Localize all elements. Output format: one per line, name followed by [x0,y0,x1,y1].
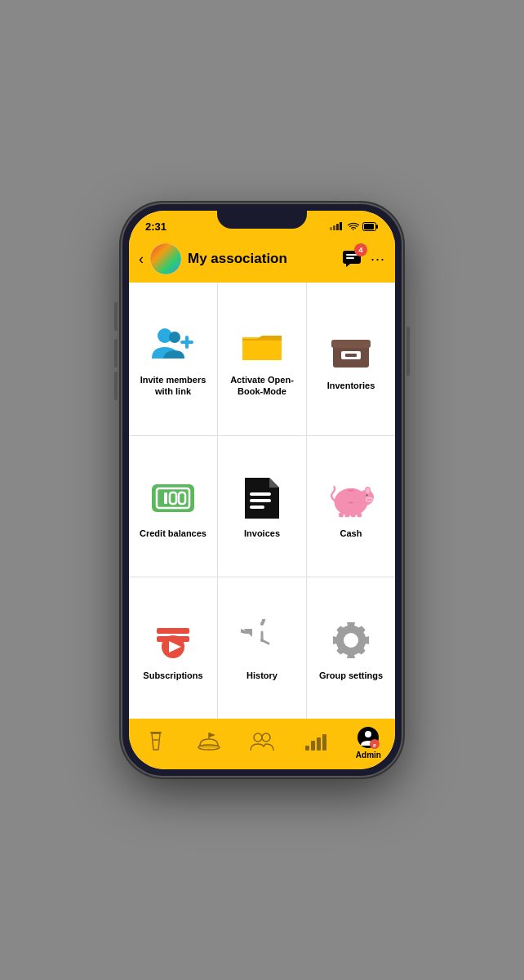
svg-rect-44 [157,628,189,634]
nav-item-drink[interactable] [129,730,182,755]
invoice-icon [239,475,285,521]
svg-rect-22 [164,492,167,504]
svg-rect-15 [242,339,282,360]
grid-item-cash[interactable]: Cash [307,436,395,577]
status-time: 2:31 [145,220,167,233]
gear-icon [328,617,374,663]
nav-item-admin[interactable]: e Admin [342,726,395,760]
status-icons [330,222,379,231]
history-icon [239,617,285,663]
nav-item-members[interactable] [235,731,288,754]
svg-rect-42 [357,513,362,518]
svg-rect-61 [305,746,309,751]
grid-item-subscriptions[interactable]: Subscriptions [129,577,217,719]
phone-frame: 2:31 [122,204,402,776]
grid-item-inventories[interactable]: Inventories [307,283,395,435]
svg-rect-17 [331,340,371,348]
svg-rect-6 [376,225,378,229]
menu-grid: Invite members with link Activate Open-B… [129,283,395,719]
invoices-label: Invoices [244,528,280,539]
grid-item-activate-open-book[interactable]: Activate Open-Book-Mode [218,283,306,435]
svg-rect-63 [317,737,321,751]
grid-item-group-settings[interactable]: Group settings [307,577,395,719]
svg-rect-64 [322,734,326,751]
page-title: My association [188,251,335,267]
svg-rect-40 [345,513,350,518]
grid-item-history[interactable]: History [218,577,306,719]
svg-rect-27 [250,492,271,496]
svg-rect-5 [364,224,374,229]
piggy-icon [328,475,374,521]
archive-icon [328,327,374,373]
invite-members-label: Invite members with link [135,374,211,398]
battery-icon [362,222,379,231]
svg-rect-41 [351,513,356,518]
notification-badge: 4 [354,243,367,256]
history-label: History [246,670,278,681]
svg-rect-3 [340,222,342,230]
members-nav-icon [250,731,274,752]
more-button[interactable]: ··· [371,251,385,268]
svg-rect-28 [250,499,271,502]
cash-label: Cash [340,528,362,539]
svg-rect-19 [345,354,357,357]
wifi-icon [348,222,359,231]
svg-rect-10 [346,257,354,259]
group-settings-label: Group settings [319,670,383,681]
notification-button[interactable]: 4 [341,248,362,270]
grid-item-credit-balances[interactable]: Credit balances [129,436,217,577]
svg-point-12 [169,332,180,343]
svg-rect-56 [198,746,220,748]
activate-open-book-label: Activate Open-Book-Mode [224,374,300,398]
svg-text:e: e [373,742,376,748]
svg-rect-62 [311,741,315,751]
svg-rect-14 [180,341,193,344]
credit-icon [150,475,196,521]
header-actions: 4 ··· [341,248,385,270]
svg-marker-8 [346,264,350,267]
svg-rect-0 [330,227,332,230]
folder-icon [239,322,285,368]
svg-rect-43 [349,502,353,504]
phone-screen: 2:31 [129,211,395,769]
nav-item-food[interactable] [182,731,235,754]
svg-point-34 [366,497,373,503]
notch [217,211,307,229]
svg-point-66 [365,731,371,737]
svg-rect-29 [250,506,264,509]
video-icon [150,617,196,663]
grid-item-invite-members[interactable]: Invite members with link [129,283,217,435]
stats-nav-icon [304,731,326,752]
svg-rect-38 [348,490,353,492]
svg-rect-39 [339,513,344,518]
nav-admin-label: Admin [356,751,381,760]
credit-balances-label: Credit balances [140,528,206,539]
svg-marker-58 [209,733,215,737]
bottom-navigation: e Admin [129,719,395,769]
header: ‹ My association 4 ··· [129,238,395,283]
admin-icon-wrap: e [357,726,380,749]
signal-icon [330,222,344,230]
svg-point-33 [366,488,370,493]
inventories-label: Inventories [327,380,375,391]
svg-rect-2 [336,224,339,230]
grid-item-invoices[interactable]: Invoices [218,436,306,577]
nav-item-stats[interactable] [289,731,342,754]
back-button[interactable]: ‹ [139,251,144,268]
svg-point-53 [344,633,358,648]
svg-point-59 [254,733,262,742]
svg-rect-1 [333,225,335,230]
subscriptions-label: Subscriptions [143,670,202,681]
drink-nav-icon [146,730,166,753]
svg-point-51 [260,639,264,642]
svg-point-60 [262,733,270,742]
svg-point-37 [366,494,367,496]
svg-point-35 [367,499,369,501]
admin-nav-icon: e [357,726,380,749]
invite-icon [150,322,196,368]
food-nav-icon [198,731,220,752]
svg-point-36 [370,499,371,501]
avatar[interactable] [150,243,181,274]
